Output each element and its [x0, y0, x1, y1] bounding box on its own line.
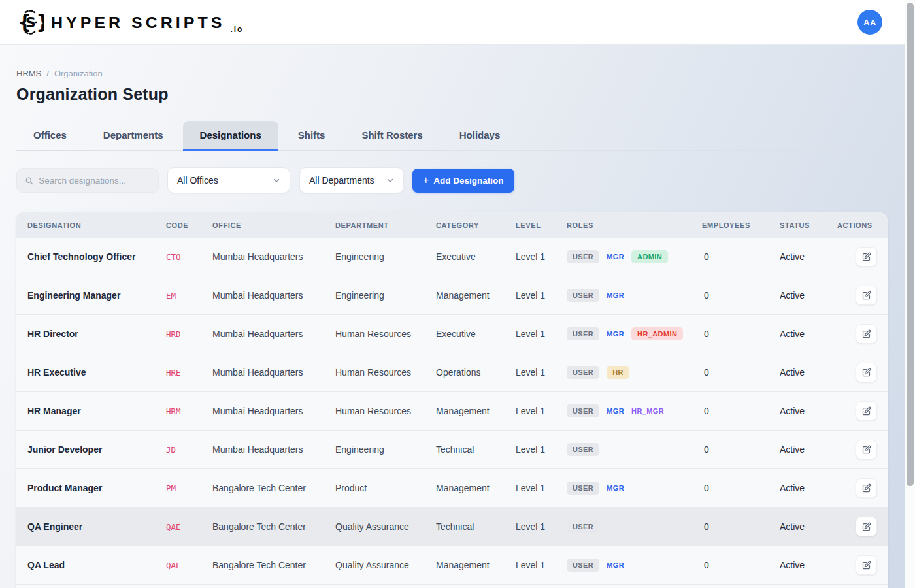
- cell-actions: [837, 517, 876, 536]
- brand-logo: { } S HYPER SCRIPTS .io: [16, 8, 243, 37]
- cell-status: Active: [780, 252, 837, 262]
- edit-icon: [861, 561, 871, 570]
- filter-bar: All Offices All Departments + Add Design…: [16, 167, 899, 193]
- role-badge-admin: ADMIN: [631, 250, 668, 263]
- tab-shift-rosters[interactable]: Shift Rosters: [344, 121, 439, 151]
- edit-icon: [861, 445, 871, 455]
- cell-level: Level 1: [516, 252, 567, 262]
- cell-department: Engineering: [335, 252, 436, 262]
- cell-actions: [837, 555, 876, 575]
- role-badge-user: USER: [567, 366, 599, 379]
- cell-status: Active: [780, 406, 837, 416]
- tab-holidays[interactable]: Holidays: [442, 121, 518, 151]
- cell-category: Management: [436, 483, 516, 493]
- role-badge-hr-mgr: HR_MGR: [631, 404, 664, 417]
- table-row: Product ManagerPMBangalore Tech CenterPr…: [16, 469, 888, 508]
- role-badge-mgr: MGR: [607, 327, 624, 340]
- cell-level: Level 1: [516, 367, 567, 378]
- add-designation-label: Add Designation: [433, 176, 503, 186]
- tab-offices[interactable]: Offices: [16, 121, 84, 151]
- cell-code: HRE: [166, 368, 212, 378]
- column-header-code: CODE: [166, 221, 212, 229]
- cell-designation: Junior Developer: [27, 444, 166, 455]
- edit-button[interactable]: [856, 363, 877, 382]
- cell-code: JD: [166, 445, 212, 455]
- tab-shifts[interactable]: Shifts: [281, 121, 342, 151]
- cell-office: Mumbai Headquarters: [212, 329, 335, 339]
- cell-code: QAL: [166, 561, 212, 570]
- edit-icon: [861, 252, 871, 262]
- column-header-level: LEVEL: [516, 221, 567, 229]
- cell-status: Active: [780, 444, 837, 455]
- tab-designations[interactable]: Designations: [183, 121, 278, 151]
- edit-button[interactable]: [856, 440, 877, 459]
- edit-button[interactable]: [856, 324, 877, 344]
- column-header-roles: ROLES: [567, 221, 702, 229]
- cell-department: Quality Assurance: [335, 560, 436, 570]
- breadcrumb-separator: /: [46, 69, 49, 78]
- edit-button[interactable]: [856, 286, 877, 305]
- edit-button[interactable]: [856, 517, 877, 536]
- cell-designation: QA Lead: [27, 560, 166, 570]
- cell-department: Human Resources: [335, 406, 436, 416]
- table-row: HR ExecutiveHREMumbai HeadquartersHuman …: [16, 353, 888, 392]
- cell-level: Level 1: [516, 560, 567, 570]
- cell-actions: [837, 324, 876, 344]
- scrollbar-thumb[interactable]: [907, 3, 914, 486]
- cell-employees: 0: [702, 252, 780, 262]
- cell-code: QAE: [166, 522, 212, 532]
- table-header-row: DESIGNATIONCODEOFFICEDEPARTMENTCATEGORYL…: [16, 212, 888, 238]
- office-filter-select[interactable]: All Offices: [167, 167, 290, 193]
- edit-button[interactable]: [856, 555, 877, 575]
- cell-code: HRM: [166, 406, 212, 416]
- svg-text:}: }: [36, 10, 44, 33]
- cell-employees: 0: [702, 521, 780, 532]
- edit-icon: [861, 406, 871, 416]
- cell-status: Active: [780, 329, 837, 339]
- edit-icon: [861, 329, 871, 339]
- cell-department: Human Resources: [335, 329, 436, 339]
- avatar[interactable]: AA: [857, 10, 882, 35]
- role-badge-mgr: MGR: [607, 559, 624, 572]
- role-badge-user: USER: [567, 443, 599, 456]
- cell-office: Mumbai Headquarters: [212, 252, 335, 262]
- cell-employees: 0: [702, 444, 780, 455]
- role-badge-mgr: MGR: [607, 404, 624, 417]
- search-box[interactable]: [16, 168, 159, 193]
- search-icon: [25, 176, 33, 186]
- cell-office: Bangalore Tech Center: [212, 521, 335, 532]
- breadcrumb-hrms[interactable]: HRMS: [16, 69, 41, 78]
- add-designation-button[interactable]: + Add Designation: [412, 169, 514, 193]
- role-badge-hr-admin: HR_ADMIN: [631, 327, 683, 340]
- role-badge-mgr: MGR: [607, 482, 624, 495]
- cell-level: Level 1: [516, 406, 567, 416]
- role-badge-user: USER: [567, 250, 599, 263]
- cell-office: Bangalore Tech Center: [212, 483, 335, 493]
- cell-actions: [837, 286, 876, 305]
- cell-level: Level 1: [516, 444, 567, 455]
- edit-button[interactable]: [856, 247, 877, 267]
- search-input[interactable]: [39, 176, 150, 186]
- page: { } S HYPER SCRIPTS .io AA HRMS / Organi…: [0, 0, 915, 588]
- department-filter-value: All Departments: [309, 175, 374, 186]
- cell-designation: QA Engineer: [27, 521, 166, 532]
- office-filter-value: All Offices: [177, 175, 218, 186]
- column-header-actions: ACTIONS: [837, 221, 876, 229]
- edit-button[interactable]: [856, 401, 877, 421]
- cell-roles: USERMGR: [567, 559, 702, 572]
- cell-department: Product: [335, 483, 436, 493]
- cell-department: Human Resources: [335, 367, 436, 378]
- department-filter-select[interactable]: All Departments: [299, 167, 404, 193]
- table-row: HR DirectorHRDMumbai HeadquartersHuman R…: [16, 315, 888, 353]
- edit-button[interactable]: [856, 478, 877, 498]
- cell-department: Engineering: [335, 290, 436, 301]
- cell-code: HRD: [166, 329, 212, 339]
- role-badge-mgr: MGR: [607, 289, 624, 302]
- cell-category: Technical: [436, 444, 516, 455]
- cell-category: Technical: [436, 521, 516, 532]
- edit-icon: [861, 522, 871, 532]
- tab-departments[interactable]: Departments: [86, 121, 180, 151]
- cell-roles: USERMGRHR_ADMIN: [567, 327, 702, 340]
- scrollbar-track[interactable]: [905, 0, 915, 588]
- cell-office: Mumbai Headquarters: [212, 367, 335, 378]
